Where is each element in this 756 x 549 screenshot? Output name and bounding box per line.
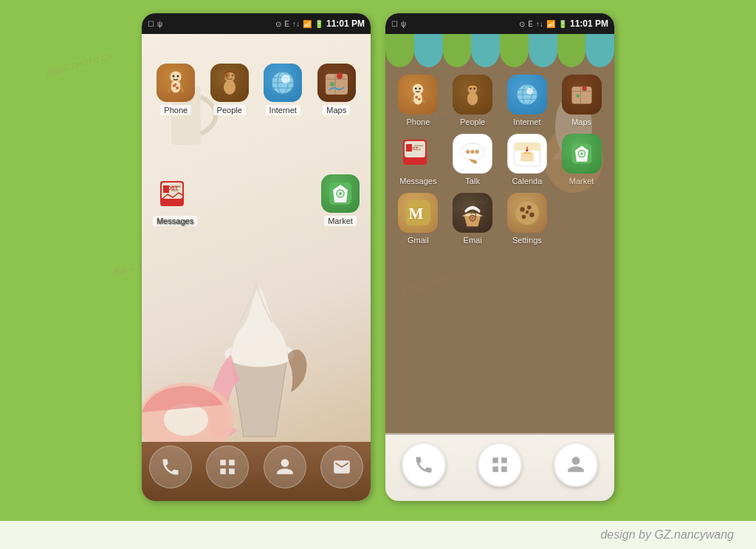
awning-green-2 [443, 34, 472, 67]
design-credit: design by GZ.nancywang [600, 528, 734, 542]
svg-point-27 [330, 82, 334, 86]
internet-label-2: Internet [513, 117, 540, 126]
svg-line-44 [411, 98, 413, 103]
app-people-2[interactable]: People [447, 75, 498, 126]
talk-label-2: Talk [465, 177, 480, 185]
maps-label-1: Maps [323, 105, 350, 115]
phone1-icon4: E [284, 20, 289, 28]
dock-phone-2[interactable] [402, 443, 446, 487]
svg-point-5 [171, 80, 181, 93]
phone1-icon2: ψ [157, 20, 162, 28]
svg-point-41 [413, 92, 423, 104]
phone1: ☐ ψ ⊙ E ↑↓ 📶 🔋 11:01 PM [142, 13, 371, 501]
svg-point-87 [527, 205, 532, 210]
app-market-1[interactable]: Market [321, 174, 360, 226]
svg-point-12 [175, 83, 177, 86]
phone1-status-icons-mid: ⊙ E ↑↓ 📶 🔋 11:01 PM [275, 18, 365, 29]
phone2-dock-row [385, 443, 614, 487]
svg-point-83 [472, 217, 474, 219]
messages-icon-1: POST [156, 174, 194, 213]
settings-label-2: Settings [512, 236, 542, 245]
svg-point-90 [526, 211, 529, 214]
svg-point-70 [475, 150, 479, 154]
app-phone-2[interactable]: Phone [393, 75, 444, 126]
phone2-icon4: E [528, 20, 533, 28]
svg-rect-58 [571, 86, 591, 103]
phone2-icon7: 🔋 [558, 20, 567, 28]
dock-contacts-2[interactable] [554, 443, 598, 487]
app-email-2[interactable]: Emai [447, 193, 498, 245]
app-calendar-2[interactable]: Calenda [502, 134, 553, 185]
svg-point-50 [470, 88, 472, 90]
app-maps-2[interactable]: Maps [556, 75, 607, 126]
svg-point-51 [473, 88, 475, 90]
svg-point-43 [419, 88, 422, 90]
svg-line-45 [423, 98, 425, 103]
dock-email-1[interactable] [320, 446, 363, 488]
app-phone-1[interactable]: Phone [157, 64, 195, 115]
svg-point-57 [526, 88, 533, 95]
phone-icon-2 [398, 75, 438, 115]
awning-teal-2 [471, 34, 500, 67]
app-settings-2[interactable]: Settings [502, 193, 553, 245]
svg-point-47 [418, 98, 421, 101]
app-people-1[interactable]: People [210, 64, 249, 115]
internet-icon-2 [507, 75, 547, 115]
phone1-icons-row2: POST Messages [142, 174, 371, 226]
dock-phone-1[interactable] [149, 446, 192, 488]
app-internet-1[interactable]: Internet [264, 64, 302, 115]
app-messages-1[interactable]: POST Messages [153, 174, 197, 226]
app-messages-2[interactable]: POST Messages [393, 134, 444, 185]
svg-point-15 [231, 75, 233, 77]
phone2-icon3: ⊙ [519, 20, 525, 28]
svg-text:POST: POST [164, 185, 179, 191]
app-talk-2[interactable]: Talk [447, 134, 498, 185]
maps-label-2: Maps [571, 117, 591, 126]
svg-point-88 [529, 213, 534, 217]
awning-green-4 [557, 34, 586, 67]
app-gmail-2[interactable]: M Gmail [393, 193, 444, 245]
phone2-time: 11:01 PM [570, 18, 608, 29]
awning-teal-4 [585, 34, 614, 67]
awning-teal-3 [529, 34, 557, 67]
phone1-icons-row1: Phone [142, 64, 371, 115]
maps-icon-2 [562, 75, 602, 115]
svg-line-8 [168, 86, 171, 92]
people-label-2: People [460, 117, 485, 126]
svg-text:M: M [409, 205, 424, 222]
phone2-icon2: ψ [401, 20, 406, 28]
calendar-label-2: Calenda [512, 177, 542, 185]
phone1-status-bar: ☐ ψ ⊙ E ↑↓ 📶 🔋 11:01 PM [142, 13, 371, 34]
market-label-2: Market [569, 177, 594, 185]
svg-rect-66 [414, 149, 421, 151]
people-icon-2 [453, 75, 492, 115]
bottom-bar: design by GZ.nancywang [0, 521, 756, 549]
app-internet-2[interactable]: Internet [502, 75, 553, 126]
phone2-status-icons-left: ☐ ψ [391, 20, 406, 28]
svg-point-6 [173, 75, 175, 78]
market-icon-2 [562, 134, 602, 174]
gmail-label-2: Gmail [408, 236, 429, 245]
dock-contacts-1[interactable] [264, 446, 306, 488]
dock-grid-1[interactable] [206, 446, 249, 488]
svg-point-75 [526, 149, 529, 152]
svg-point-42 [415, 88, 417, 90]
app-market-2[interactable]: Market [556, 134, 607, 185]
phone1-icon6: 📶 [303, 20, 312, 28]
people-label-1: People [213, 105, 246, 115]
phone2-icon6: 📶 [546, 20, 555, 28]
dock-grid-2[interactable] [478, 443, 522, 487]
svg-line-9 [181, 86, 183, 92]
internet-icon-1 [264, 64, 302, 102]
svg-point-24 [281, 75, 290, 83]
svg-point-89 [522, 215, 526, 219]
email-label-2: Emai [464, 236, 482, 245]
phone-label-1: Phone [160, 105, 191, 115]
awning-green-1 [385, 34, 414, 67]
app-maps-1[interactable]: Maps [317, 64, 356, 115]
phone2-awning [385, 34, 614, 67]
messages-icon-2: POST [398, 134, 438, 174]
svg-point-11 [176, 86, 179, 89]
phone1-icon5: ↑↓ [292, 20, 300, 28]
market-icon-1 [321, 174, 360, 213]
